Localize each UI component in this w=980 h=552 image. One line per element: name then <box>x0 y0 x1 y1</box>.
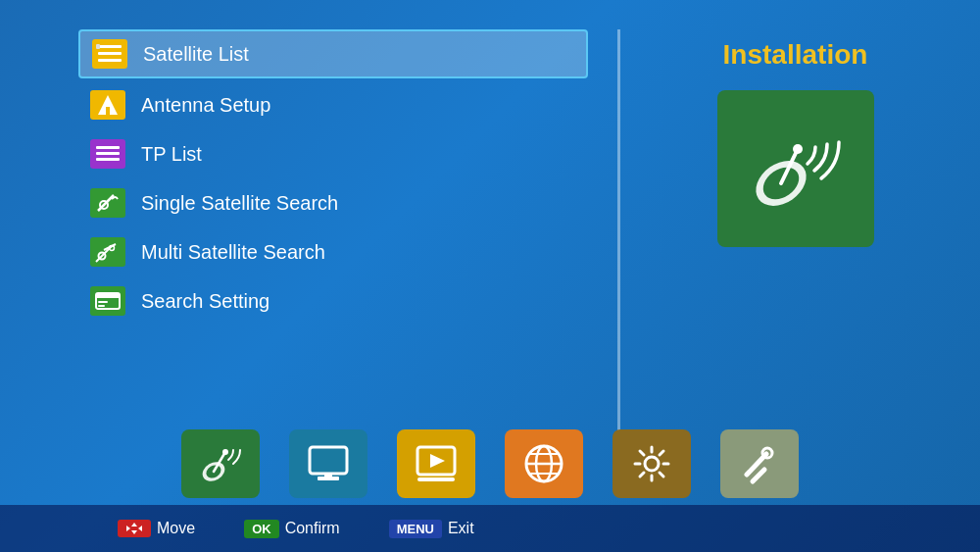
search-setting-icon <box>90 286 125 316</box>
svg-marker-45 <box>131 530 137 534</box>
svg-rect-3 <box>96 44 100 49</box>
tools-btn-icon <box>735 442 784 486</box>
svg-point-38 <box>645 457 659 471</box>
svg-rect-17 <box>98 301 108 303</box>
svg-rect-16 <box>96 293 120 298</box>
satellite-feature-icon <box>737 110 855 227</box>
exit-label: Exit <box>448 520 474 537</box>
move-key-badge <box>118 520 151 537</box>
panel-divider <box>617 29 620 483</box>
move-arrows-icon <box>125 522 143 535</box>
svg-line-41 <box>753 470 764 481</box>
tools-button[interactable] <box>720 429 799 498</box>
svg-rect-8 <box>96 158 120 161</box>
bottom-icons <box>0 429 980 498</box>
menu-item-satellite-list[interactable]: Satellite List <box>78 29 588 78</box>
menu-panel: Satellite List Antenna Setup TP List <box>78 29 588 483</box>
svg-point-26 <box>222 449 228 455</box>
antenna-setup-icon <box>90 90 125 120</box>
svg-point-14 <box>110 246 115 251</box>
satellite-btn-icon <box>196 442 245 486</box>
tv-btn-icon <box>304 442 353 486</box>
svg-rect-18 <box>98 305 105 307</box>
menu-item-tp-list-label: TP List <box>141 143 202 166</box>
multi-satellite-icon <box>90 237 125 267</box>
right-panel: Installation <box>650 29 941 483</box>
menu-item-satellite-list-label: Satellite List <box>143 43 249 66</box>
internet-btn-icon <box>519 442 568 486</box>
internet-button[interactable] <box>505 429 583 498</box>
menu-item-multi-satellite-search-label: Multi Satellite Search <box>141 241 325 264</box>
exit-key-badge: MENU <box>389 520 442 538</box>
svg-marker-43 <box>138 526 142 531</box>
svg-rect-0 <box>98 45 122 48</box>
svg-rect-6 <box>96 146 120 149</box>
tp-list-icon <box>90 139 125 169</box>
menu-item-search-setting-label: Search Setting <box>141 290 270 313</box>
feature-icon-box <box>717 90 874 247</box>
menu-item-antenna-setup[interactable]: Antenna Setup <box>78 82 588 127</box>
confirm-status: OK Confirm <box>244 520 340 538</box>
svg-rect-27 <box>310 447 347 474</box>
svg-rect-32 <box>417 477 455 481</box>
svg-point-22 <box>793 144 803 154</box>
menu-item-multi-satellite-search[interactable]: Multi Satellite Search <box>78 229 588 275</box>
menu-item-tp-list[interactable]: TP List <box>78 131 588 176</box>
section-title: Installation <box>723 39 868 71</box>
tv-button[interactable] <box>289 429 368 498</box>
settings-button[interactable] <box>612 429 691 498</box>
svg-rect-1 <box>98 52 122 55</box>
satellite-list-icon <box>92 39 127 69</box>
svg-marker-42 <box>126 526 130 531</box>
single-satellite-icon <box>90 188 125 218</box>
svg-rect-7 <box>96 152 120 155</box>
svg-marker-31 <box>430 454 445 468</box>
menu-item-single-satellite-search-label: Single Satellite Search <box>141 192 338 215</box>
move-label: Move <box>157 520 195 537</box>
svg-marker-44 <box>131 523 137 527</box>
svg-rect-2 <box>98 59 122 62</box>
exit-status: MENU Exit <box>389 520 474 538</box>
confirm-key-badge: OK <box>244 520 279 538</box>
settings-btn-icon <box>627 442 676 486</box>
menu-item-single-satellite-search[interactable]: Single Satellite Search <box>78 180 588 226</box>
svg-rect-5 <box>106 107 110 115</box>
confirm-label: Confirm <box>285 520 340 537</box>
media-btn-icon <box>412 442 461 486</box>
media-button[interactable] <box>397 429 475 498</box>
move-status: Move <box>118 520 195 537</box>
satellite-button[interactable] <box>181 429 260 498</box>
menu-item-antenna-setup-label: Antenna Setup <box>141 94 270 117</box>
menu-item-search-setting[interactable]: Search Setting <box>78 278 588 324</box>
svg-rect-29 <box>324 474 332 477</box>
status-bar: Move OK Confirm MENU Exit <box>0 505 980 552</box>
